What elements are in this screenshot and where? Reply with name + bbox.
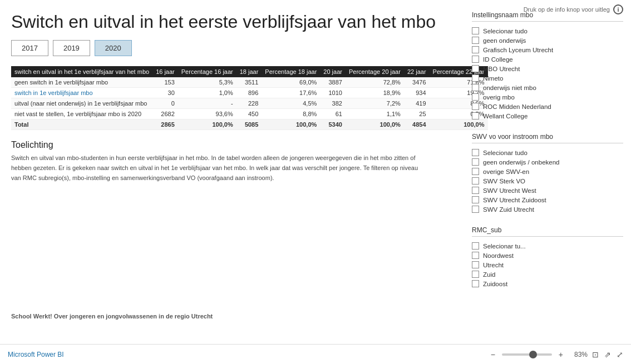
filter-item[interactable]: ROC Midden Nederland <box>472 102 623 111</box>
filter-checkbox[interactable] <box>472 65 479 72</box>
filter-checkbox[interactable] <box>472 103 479 110</box>
filter-item[interactable]: overige SWV-en <box>472 167 623 176</box>
filter-item-label: Zuidoost <box>483 281 507 287</box>
filter-section-title: RMC_sub <box>472 226 623 237</box>
table-cell: 18,9% <box>346 88 404 98</box>
filter-checkbox[interactable] <box>472 149 479 156</box>
filter-item-label: overige SWV-en <box>483 168 529 175</box>
filter-item[interactable]: Selecionar tudo <box>472 148 623 157</box>
filter-item[interactable]: Wellant College <box>472 111 623 121</box>
year-button-2019[interactable]: 2019 <box>53 40 90 56</box>
filter-item-label: MBO Utrecht <box>483 66 520 72</box>
year-button-2017[interactable]: 2017 <box>11 40 48 56</box>
table-header-0: switch en uitval in het 1e verblijfsjaar… <box>11 66 152 77</box>
filter-item[interactable]: Utrecht <box>472 260 623 270</box>
filter-item[interactable]: Selecionar tudo <box>472 26 623 36</box>
zoom-slider-thumb <box>529 351 537 358</box>
filter-item-label: SWV Sterk VO <box>483 178 525 185</box>
table-cell: 100,0% <box>262 119 320 130</box>
filter-item-label: ID College <box>483 56 513 63</box>
filter-checkbox[interactable] <box>472 168 479 175</box>
filter-checkbox[interactable] <box>472 280 479 287</box>
table-cell: 4,5% <box>262 98 320 109</box>
filter-item-label: ROC Midden Nederland <box>483 103 551 110</box>
filter-item-label: SWV Utrecht West <box>483 187 536 194</box>
filter-item[interactable]: SWV Utrecht Zuidoost <box>472 195 623 205</box>
filter-item[interactable]: geen onderwijs / onbekend <box>472 157 623 167</box>
filter-checkbox[interactable] <box>472 261 479 268</box>
filter-checkbox[interactable] <box>472 177 479 185</box>
filter-item[interactable]: onderwijs niet mbo <box>472 83 623 92</box>
filter-item-label: Wellant College <box>483 113 528 119</box>
zoom-controls: − + 83% ⊡ ⇗ ⤢ <box>489 350 623 359</box>
table-header-5: 20 jaar <box>320 66 346 77</box>
footer-logo: School Werkt! Over jongeren en jongvolwa… <box>11 313 213 320</box>
table-cell: 2682 <box>152 109 178 119</box>
filter-item-label: Nimeto <box>483 75 503 82</box>
table-cell: 61 <box>320 109 346 119</box>
filter-item[interactable]: SWV Zuid Utrecht <box>472 205 623 214</box>
share-icon[interactable]: ⇗ <box>604 350 611 359</box>
powerbi-link[interactable]: Microsoft Power BI <box>8 351 64 358</box>
zoom-plus-button[interactable]: + <box>556 350 565 359</box>
year-button-2020[interactable]: 2020 <box>95 40 132 56</box>
filter-checkbox[interactable] <box>472 84 479 91</box>
filter-item-label: Zuid <box>483 271 495 278</box>
table-header-1: 16 jaar <box>152 66 178 77</box>
filter-item-label: Grafisch Lyceum Utrecht <box>483 47 553 53</box>
filter-item[interactable]: Noordwest <box>472 251 623 260</box>
filter-checkbox[interactable] <box>472 242 479 250</box>
filter-item-label: onderwijs niet mbo <box>483 84 536 91</box>
footer-brand: School Werkt! <box>11 313 52 320</box>
filter-section: SWV vo voor instroom mboSelecionar tudog… <box>472 133 623 214</box>
filter-checkbox[interactable] <box>472 252 479 259</box>
table-cell: niet vast te stellen, 1e verblijfsjaar m… <box>11 109 152 119</box>
filter-checkbox[interactable] <box>472 112 479 119</box>
filter-item[interactable]: MBO Utrecht <box>472 64 623 73</box>
table-cell: 8,8% <box>262 109 320 119</box>
filter-item[interactable]: SWV Utrecht West <box>472 186 623 195</box>
filter-checkbox[interactable] <box>472 158 479 166</box>
zoom-slider[interactable] <box>502 353 552 356</box>
table-cell: 419 <box>404 98 430 109</box>
filter-checkbox[interactable] <box>472 187 479 194</box>
filter-item-label: SWV Utrecht Zuidoost <box>483 197 546 203</box>
filter-item[interactable]: Nimeto <box>472 73 623 83</box>
filter-item[interactable]: Zuid <box>472 270 623 279</box>
filter-checkbox[interactable] <box>472 27 479 34</box>
filter-item[interactable]: Zuidoost <box>472 279 623 288</box>
expand-icon[interactable]: ⤢ <box>617 350 623 359</box>
filter-checkbox[interactable] <box>472 46 479 53</box>
table-cell: switch in 1e verblijfsjaar mbo <box>11 88 152 98</box>
filter-item[interactable]: SWV Sterk VO <box>472 176 623 186</box>
filter-item[interactable]: ID College <box>472 54 623 64</box>
table-cell: 25 <box>404 109 430 119</box>
table-cell: 3511 <box>236 77 262 88</box>
filter-checkbox[interactable] <box>472 206 479 213</box>
filter-section: RMC_subSelecionar tu...NoordwestUtrechtZ… <box>472 226 623 288</box>
fit-screen-icon[interactable]: ⊡ <box>592 350 599 359</box>
filter-checkbox[interactable] <box>472 93 479 101</box>
table-row: geen switch in 1e verblijfsjaar mbo1535,… <box>11 77 488 88</box>
table-cell: 1010 <box>320 88 346 98</box>
filter-item[interactable]: Grafisch Lyceum Utrecht <box>472 45 623 54</box>
data-table: switch en uitval in het 1e verblijfsjaar… <box>11 66 488 130</box>
filter-item[interactable]: geen onderwijs <box>472 36 623 45</box>
filter-item-label: Selecionar tu... <box>483 243 526 250</box>
filter-checkbox[interactable] <box>472 74 479 82</box>
table-cell: 93,6% <box>178 109 236 119</box>
filter-checkbox[interactable] <box>472 56 479 63</box>
filter-checkbox[interactable] <box>472 271 479 278</box>
filter-item[interactable]: overig mbo <box>472 92 623 102</box>
filter-checkbox[interactable] <box>472 37 479 44</box>
filter-section-title: SWV vo voor instroom mbo <box>472 133 623 143</box>
table-cell: 100,0% <box>346 119 404 130</box>
table-cell: 0 <box>152 98 178 109</box>
filter-checkbox[interactable] <box>472 196 479 203</box>
bottom-bar: Microsoft Power BI − + 83% ⊡ ⇗ ⤢ <box>0 344 631 364</box>
table-header-7: 22 jaar <box>404 66 430 77</box>
filter-item[interactable]: Selecionar tu... <box>472 241 623 251</box>
table-cell: geen switch in 1e verblijfsjaar mbo <box>11 77 152 88</box>
filter-item-label: geen onderwijs <box>483 37 526 44</box>
zoom-minus-button[interactable]: − <box>489 350 497 359</box>
